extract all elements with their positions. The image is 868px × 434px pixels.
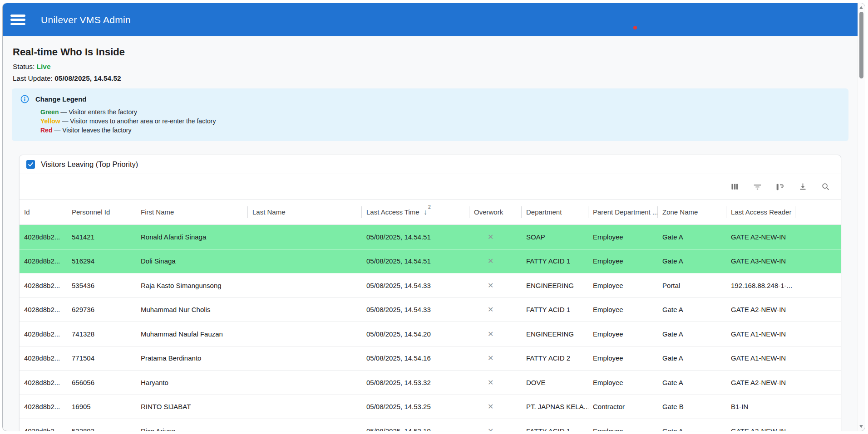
- table-header-row: IdPersonnel IdFirst NameLast NameLast Ac…: [20, 200, 841, 225]
- legend-keyword: Yellow: [40, 117, 60, 125]
- cell-department: ENGINEERING: [522, 330, 588, 338]
- cell-department: FATTY ACID 1: [522, 257, 588, 265]
- cell-overwork: ✕: [469, 330, 522, 338]
- table-row[interactable]: 4028d8b2...771504Pratama Berdinanto05/08…: [20, 346, 841, 371]
- cell-department: FATTY ACID 2: [522, 354, 588, 362]
- cell-id: 4028d8b2...: [20, 330, 67, 338]
- cell-parent_department: Employee: [588, 427, 658, 431]
- cell-overwork: ✕: [469, 354, 522, 362]
- cell-zone_name: Gate A: [658, 257, 726, 265]
- cell-parent_department: Employee: [588, 330, 658, 338]
- page-scrollbar[interactable]: [858, 3, 865, 431]
- overwork-false-icon: ✕: [488, 379, 493, 386]
- legend-item: Green — Visitor enters the factory: [40, 107, 840, 117]
- cell-overwork: ✕: [469, 305, 522, 314]
- cell-parent_department: Employee: [588, 379, 658, 386]
- cell-first_name: Haryanto: [136, 379, 248, 386]
- column-header-id[interactable]: Id: [20, 200, 67, 224]
- cell-last_access_time: 05/08/2025, 14.54.20: [362, 330, 469, 338]
- cell-personnel_id: 516294: [67, 257, 136, 265]
- scrollbar-thumb[interactable]: [859, 12, 863, 78]
- cell-last_access_time: 05/08/2025, 14.54.33: [362, 306, 469, 313]
- cell-parent_department: Employee: [588, 282, 658, 289]
- cell-personnel_id: 629736: [67, 306, 136, 313]
- table-row[interactable]: 4028d8b2...516294Doli Sinaga05/08/2025, …: [20, 249, 841, 274]
- column-header-zone_name[interactable]: Zone Name: [658, 200, 726, 224]
- cell-personnel_id: 656056: [67, 379, 136, 386]
- table-row[interactable]: 4028d8b2...16905RINTO SIJABAT05/08/2025,…: [20, 395, 841, 419]
- page-title: Real-time Who Is Inside: [13, 46, 848, 58]
- columns-icon[interactable]: [729, 181, 740, 192]
- scroll-up-icon[interactable]: [859, 6, 863, 9]
- column-header-last_access_reader[interactable]: Last Access Reader: [726, 200, 795, 224]
- cell-zone_name: Gate A: [658, 306, 726, 313]
- cell-last_access_reader: B1-IN: [726, 403, 795, 410]
- table-row[interactable]: 4028d8b2...532893Rico Arjuna05/08/2025, …: [20, 419, 841, 431]
- cell-personnel_id: 535436: [67, 282, 136, 289]
- cell-last_access_reader: GATE A2-NEW-IN: [726, 306, 795, 313]
- cell-last_access_reader: GATE A2-NEW-IN: [726, 379, 795, 386]
- column-header-overwork[interactable]: Overwork: [469, 200, 522, 224]
- grid-toolbar: [20, 174, 841, 200]
- visitors-leaving-checkbox[interactable]: [26, 160, 35, 169]
- table-row[interactable]: 4028d8b2...656056Haryanto05/08/2025, 14.…: [20, 371, 841, 395]
- last-update-label: Last Update:: [13, 74, 53, 82]
- overwork-false-icon: ✕: [488, 282, 493, 289]
- cell-last_access_reader: 192.168.88.248-1-...: [726, 282, 795, 289]
- table-row[interactable]: 4028d8b2...541421Ronald Afandi Sinaga05/…: [20, 225, 841, 249]
- cell-parent_department: Employee: [588, 257, 658, 265]
- change-legend-box: Change Legend Green — Visitor enters the…: [12, 88, 848, 141]
- browser-window: Unilever VMS Admin Real-time Who Is Insi…: [2, 3, 865, 431]
- table-row[interactable]: 4028d8b2...535436Raja Kasto Simangunsong…: [20, 273, 841, 298]
- search-icon[interactable]: [820, 181, 831, 192]
- cell-personnel_id: 16905: [67, 403, 136, 410]
- table-body: 4028d8b2...541421Ronald Afandi Sinaga05/…: [20, 225, 841, 431]
- status-value: Live: [37, 63, 51, 70]
- cell-personnel_id: 532893: [67, 427, 136, 431]
- column-header-parent_department[interactable]: Parent Department ...: [588, 200, 658, 224]
- cell-department: ENGINEERING: [522, 282, 588, 289]
- filter-icon[interactable]: [752, 181, 763, 192]
- visitors-leaving-label: Visitors Leaving (Top Priority): [41, 160, 138, 169]
- cell-last_access_time: 05/08/2025, 14.53.19: [362, 427, 469, 431]
- cell-zone_name: Gate A: [658, 379, 726, 386]
- cell-overwork: ✕: [469, 427, 522, 431]
- cell-last_access_time: 05/08/2025, 14.54.51: [362, 233, 469, 241]
- cell-id: 4028d8b2...: [20, 403, 67, 410]
- cell-id: 4028d8b2...: [20, 282, 67, 289]
- column-header-personnel_id[interactable]: Personnel Id: [67, 200, 136, 224]
- column-header-first_name[interactable]: First Name: [136, 200, 248, 224]
- scroll-down-icon[interactable]: [859, 425, 863, 428]
- cell-first_name: Raja Kasto Simangunsong: [136, 282, 248, 289]
- cell-parent_department: Contractor: [588, 403, 658, 410]
- visitors-table-card: Visitors Leaving (Top Priority): [19, 155, 841, 431]
- cell-zone_name: Gate A: [658, 233, 726, 241]
- cell-last_access_reader: GATE A2-NEW-IN: [726, 427, 795, 431]
- cell-first_name: Pratama Berdinanto: [136, 354, 248, 362]
- column-header-last_name[interactable]: Last Name: [248, 200, 362, 224]
- cell-last_access_time: 05/08/2025, 14.53.25: [362, 403, 469, 410]
- column-header-department[interactable]: Department: [522, 200, 588, 224]
- cell-overwork: ✕: [469, 257, 522, 265]
- check-icon: [27, 161, 34, 168]
- menu-icon[interactable]: [10, 15, 25, 25]
- cell-overwork: ✕: [469, 281, 522, 290]
- legend-item: Yellow — Visitor moves to another area o…: [40, 117, 840, 126]
- table-row[interactable]: 4028d8b2...629736Muhammad Nur Cholis05/0…: [20, 298, 841, 322]
- visitors-leaving-checkbox-row[interactable]: Visitors Leaving (Top Priority): [20, 155, 841, 174]
- info-icon: [20, 94, 30, 104]
- table-row[interactable]: 4028d8b2...741328Muhammad Naufal Fauzan0…: [20, 322, 841, 346]
- overwork-false-icon: ✕: [488, 354, 493, 362]
- app-bar: Unilever VMS Admin: [3, 3, 858, 36]
- cell-id: 4028d8b2...: [20, 306, 67, 313]
- column-header-last_access_time[interactable]: Last Access Time↓2: [362, 200, 469, 224]
- overwork-false-icon: ✕: [488, 257, 493, 265]
- overwork-false-icon: ✕: [488, 403, 493, 410]
- cell-last_access_reader: GATE A3-NEW-IN: [726, 257, 795, 265]
- pivot-icon[interactable]: [774, 181, 785, 192]
- download-icon[interactable]: [797, 181, 808, 192]
- cell-id: 4028d8b2...: [20, 427, 67, 431]
- cell-overwork: ✕: [469, 402, 522, 411]
- cell-id: 4028d8b2...: [20, 233, 67, 241]
- cell-parent_department: Employee: [588, 233, 658, 241]
